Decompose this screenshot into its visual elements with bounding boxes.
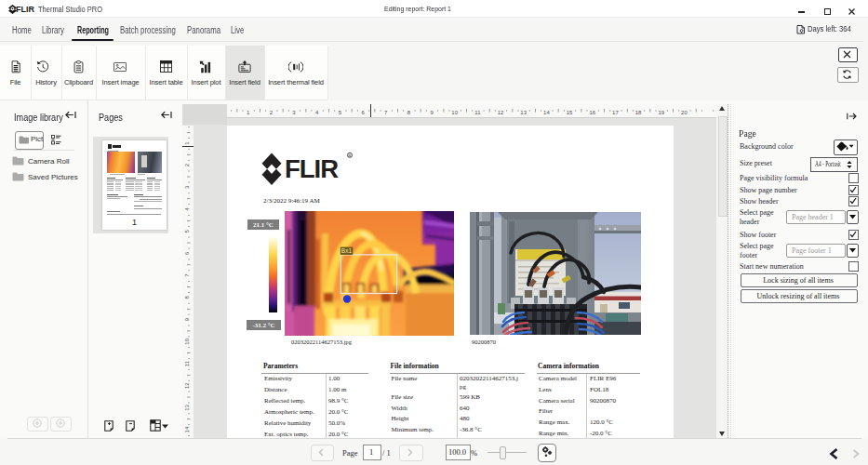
svg-text:7: 7 [384, 110, 388, 115]
svg-text:12: 12 [184, 382, 190, 389]
svg-text:12: 12 [498, 110, 504, 115]
svg-text:18: 18 [635, 110, 642, 115]
svg-text:2: 2 [270, 110, 274, 115]
svg-text:FLIR: FLIR [285, 154, 339, 183]
svg-text:15: 15 [567, 110, 573, 115]
svg-text:13: 13 [520, 110, 527, 115]
svg-text:5: 5 [184, 229, 190, 232]
svg-text:14: 14 [184, 426, 190, 432]
svg-text:1: 1 [247, 110, 250, 115]
svg-text:6: 6 [184, 251, 190, 255]
svg-text:11: 11 [184, 360, 190, 366]
svg-text:11: 11 [474, 110, 481, 115]
svg-text:17: 17 [612, 110, 619, 115]
svg-text:13: 13 [184, 404, 190, 410]
svg-text:3: 3 [292, 110, 296, 115]
svg-text:Bx1: Bx1 [341, 247, 353, 254]
svg-text:10: 10 [184, 338, 190, 344]
svg-text:2: 2 [184, 163, 190, 166]
svg-text:3: 3 [184, 185, 190, 189]
svg-text:4: 4 [184, 207, 190, 211]
svg-text:19: 19 [658, 110, 664, 115]
svg-text:1: 1 [184, 141, 190, 145]
svg-text:5: 5 [339, 110, 342, 115]
svg-text:6: 6 [361, 110, 365, 115]
svg-text:8: 8 [407, 110, 411, 115]
svg-text:4: 4 [315, 110, 319, 115]
svg-text:R: R [349, 153, 352, 158]
svg-text:9: 9 [430, 110, 434, 115]
svg-text:7: 7 [184, 273, 190, 277]
svg-text:20: 20 [681, 110, 688, 115]
svg-text:10: 10 [451, 110, 458, 115]
svg-text:8: 8 [184, 296, 190, 299]
svg-text:9: 9 [184, 317, 190, 321]
svg-text:16: 16 [589, 110, 595, 115]
svg-text:14: 14 [543, 110, 550, 115]
